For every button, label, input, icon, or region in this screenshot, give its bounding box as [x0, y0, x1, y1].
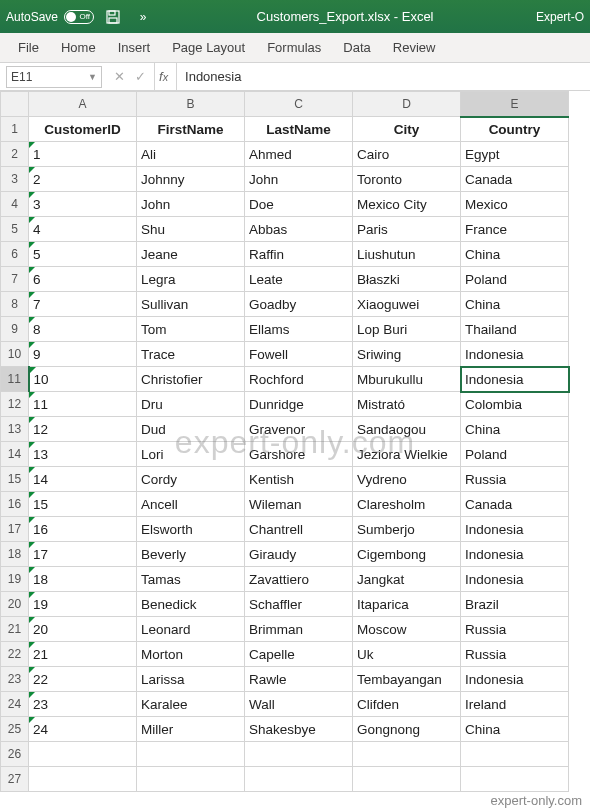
cell[interactable]: Wileman — [245, 492, 353, 517]
cell[interactable]: Liushutun — [353, 242, 461, 267]
row-header[interactable]: 8 — [1, 292, 29, 317]
cell[interactable]: 9 — [29, 342, 137, 367]
cell[interactable]: 7 — [29, 292, 137, 317]
cell[interactable]: Zavattiero — [245, 567, 353, 592]
cell[interactable] — [353, 742, 461, 767]
tab-formulas[interactable]: Formulas — [267, 40, 321, 55]
tab-page-layout[interactable]: Page Layout — [172, 40, 245, 55]
cell[interactable]: Capelle — [245, 642, 353, 667]
row-header[interactable]: 22 — [1, 642, 29, 667]
row-header[interactable]: 4 — [1, 192, 29, 217]
cancel-icon[interactable]: ✕ — [114, 69, 125, 84]
cell[interactable]: 22 — [29, 667, 137, 692]
cell[interactable]: Ancell — [137, 492, 245, 517]
cell[interactable]: 13 — [29, 442, 137, 467]
cell[interactable] — [461, 742, 569, 767]
cell[interactable]: Claresholm — [353, 492, 461, 517]
header-cell[interactable]: Country — [461, 117, 569, 142]
name-box[interactable]: E11▼ — [6, 66, 102, 88]
cell[interactable]: Ireland — [461, 692, 569, 717]
cell[interactable] — [29, 742, 137, 767]
more-icon[interactable]: » — [132, 10, 154, 24]
cell[interactable]: 2 — [29, 167, 137, 192]
cell[interactable]: Jangkat — [353, 567, 461, 592]
cell[interactable]: Rawle — [245, 667, 353, 692]
cell[interactable]: Fowell — [245, 342, 353, 367]
row-header[interactable]: 24 — [1, 692, 29, 717]
cell[interactable]: 8 — [29, 317, 137, 342]
cell[interactable]: Indonesia — [461, 342, 569, 367]
cell[interactable]: 5 — [29, 242, 137, 267]
tab-review[interactable]: Review — [393, 40, 436, 55]
col-header[interactable]: E — [461, 92, 569, 117]
row-header[interactable]: 17 — [1, 517, 29, 542]
header-cell[interactable]: FirstName — [137, 117, 245, 142]
row-header[interactable]: 10 — [1, 342, 29, 367]
cell[interactable]: Cigembong — [353, 542, 461, 567]
cell[interactable]: Indonesia — [461, 567, 569, 592]
cell[interactable]: China — [461, 717, 569, 742]
cell[interactable]: Moscow — [353, 617, 461, 642]
cell[interactable]: Dunridge — [245, 392, 353, 417]
cell[interactable]: Sullivan — [137, 292, 245, 317]
cell[interactable] — [353, 767, 461, 792]
cell[interactable]: Chantrell — [245, 517, 353, 542]
row-header[interactable]: 3 — [1, 167, 29, 192]
cell[interactable]: Ali — [137, 142, 245, 167]
header-cell[interactable]: CustomerID — [29, 117, 137, 142]
cell[interactable]: Indonesia — [461, 367, 569, 392]
tab-file[interactable]: File — [18, 40, 39, 55]
cell[interactable]: Mexico — [461, 192, 569, 217]
cell[interactable]: Goadby — [245, 292, 353, 317]
cell[interactable]: Garshore — [245, 442, 353, 467]
cell[interactable] — [245, 767, 353, 792]
cell[interactable]: Abbas — [245, 217, 353, 242]
cell[interactable]: Mistrató — [353, 392, 461, 417]
cell[interactable]: Sumberjo — [353, 517, 461, 542]
row-header[interactable]: 20 — [1, 592, 29, 617]
header-cell[interactable]: LastName — [245, 117, 353, 142]
cell[interactable]: Clifden — [353, 692, 461, 717]
cell[interactable]: Brazil — [461, 592, 569, 617]
cell[interactable]: Cordy — [137, 467, 245, 492]
cell[interactable]: 6 — [29, 267, 137, 292]
row-header[interactable]: 23 — [1, 667, 29, 692]
cell[interactable]: Ahmed — [245, 142, 353, 167]
cell[interactable]: France — [461, 217, 569, 242]
col-header[interactable]: A — [29, 92, 137, 117]
cell[interactable] — [461, 767, 569, 792]
cell[interactable]: Christofier — [137, 367, 245, 392]
cell[interactable] — [137, 742, 245, 767]
cell[interactable]: 21 — [29, 642, 137, 667]
cell[interactable]: Trace — [137, 342, 245, 367]
cell[interactable]: Ellams — [245, 317, 353, 342]
cell[interactable]: 20 — [29, 617, 137, 642]
col-header[interactable]: B — [137, 92, 245, 117]
col-header[interactable]: C — [245, 92, 353, 117]
tab-insert[interactable]: Insert — [118, 40, 151, 55]
cell[interactable]: John — [245, 167, 353, 192]
chevron-down-icon[interactable]: ▼ — [88, 72, 97, 82]
cell[interactable]: 3 — [29, 192, 137, 217]
row-header[interactable]: 14 — [1, 442, 29, 467]
row-header[interactable]: 21 — [1, 617, 29, 642]
cell[interactable]: Benedick — [137, 592, 245, 617]
cell[interactable]: Morton — [137, 642, 245, 667]
row-header[interactable]: 11 — [1, 367, 29, 392]
cell[interactable]: Russia — [461, 617, 569, 642]
cell[interactable]: Lori — [137, 442, 245, 467]
cell[interactable]: Sriwing — [353, 342, 461, 367]
cell[interactable]: 19 — [29, 592, 137, 617]
autosave-toggle[interactable]: Off — [64, 10, 94, 24]
cell[interactable]: Karalee — [137, 692, 245, 717]
cell[interactable]: 10 — [29, 367, 137, 392]
cell[interactable]: Doe — [245, 192, 353, 217]
cell[interactable]: John — [137, 192, 245, 217]
cell[interactable]: Shakesbye — [245, 717, 353, 742]
cell[interactable]: Mburukullu — [353, 367, 461, 392]
cell[interactable]: Russia — [461, 642, 569, 667]
row-header[interactable]: 19 — [1, 567, 29, 592]
cell[interactable]: Elsworth — [137, 517, 245, 542]
enter-icon[interactable]: ✓ — [135, 69, 146, 84]
cell[interactable]: Raffin — [245, 242, 353, 267]
